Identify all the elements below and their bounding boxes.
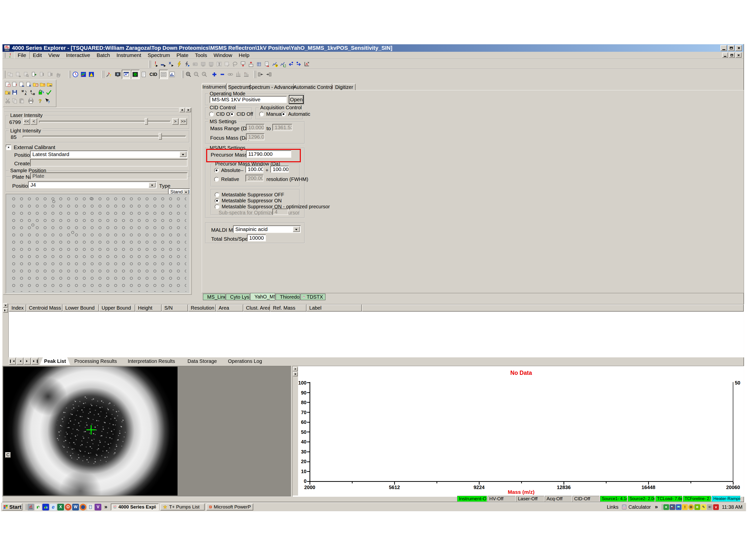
- col-clust-area[interactable]: Clust. Area: [243, 304, 270, 312]
- open-sequence-folder-icon[interactable]: [4, 88, 11, 96]
- window-upper-field[interactable]: 100.000: [271, 166, 289, 173]
- paste-clipboard-icon[interactable]: [18, 97, 25, 105]
- col-resolution[interactable]: Resolution: [188, 304, 216, 312]
- col-index[interactable]: Index: [9, 304, 26, 312]
- window-lower-field[interactable]: 100.000: [246, 166, 263, 173]
- context-help-arrow-icon[interactable]: ?: [44, 97, 51, 105]
- zoom-in-icon[interactable]: [184, 70, 192, 79]
- histogram-view-icon[interactable]: [168, 70, 176, 79]
- chart-close-icon[interactable]: [293, 372, 298, 376]
- cut-scissors-icon[interactable]: [4, 97, 11, 105]
- acquire-sequence-run-icon[interactable]: [167, 60, 175, 69]
- tab-scroll-next-icon[interactable]: [24, 358, 31, 365]
- minimize-icon[interactable]: [720, 45, 727, 51]
- video-view-icon[interactable]: [114, 70, 122, 79]
- receive-from-instrument-icon[interactable]: [247, 60, 255, 69]
- laser-down-button[interactable]: <: [31, 118, 37, 125]
- run-end-icon[interactable]: [46, 70, 54, 79]
- child-close-icon[interactable]: [736, 53, 742, 58]
- validate-check-icon[interactable]: [45, 88, 53, 96]
- tray-shield-yellow-icon[interactable]: !: [682, 504, 688, 510]
- window-absolute-radio[interactable]: [214, 168, 219, 173]
- suppressor-off-radio[interactable]: [215, 192, 220, 197]
- tray-antivirus-red-icon[interactable]: v: [713, 504, 719, 510]
- menu-view[interactable]: View: [45, 52, 63, 59]
- lock-refresh-icon[interactable]: [37, 88, 45, 96]
- menu-interactive[interactable]: Interactive: [63, 52, 93, 59]
- menu-batch[interactable]: Batch: [93, 52, 113, 59]
- suppressor-opt-radio[interactable]: [215, 204, 220, 209]
- chart-collapse-icon[interactable]: [293, 367, 298, 371]
- instrument-b-icon[interactable]: [199, 60, 207, 69]
- label-peaks-icon[interactable]: [234, 70, 242, 79]
- restore-icon[interactable]: [728, 45, 735, 51]
- chamber-view-icon[interactable]: [131, 70, 140, 79]
- tab-data-storage[interactable]: Data Storage: [183, 357, 222, 365]
- col-sn[interactable]: S/N: [162, 304, 188, 312]
- panel-collapse-icon[interactable]: [180, 108, 185, 112]
- tray-overflow-chevron[interactable]: »: [655, 504, 658, 510]
- maldi-matrix-dropdown-icon[interactable]: [293, 226, 300, 232]
- laser-fast-up-button[interactable]: >>: [180, 118, 187, 125]
- tab-automatic-control[interactable]: Automatic Control: [294, 84, 332, 90]
- calculator-toolbar-label[interactable]: Calculator: [628, 504, 651, 510]
- tab-scroll-last-icon[interactable]: [31, 358, 38, 365]
- total-shots-field[interactable]: 10000: [247, 235, 266, 241]
- spectrum-view-icon[interactable]: [122, 70, 131, 79]
- spectra-tab-yaho[interactable]: YahO_MSM...: [250, 293, 275, 300]
- child-minimize-icon[interactable]: [722, 53, 728, 58]
- tab-digitizer[interactable]: Digitizer: [333, 84, 356, 90]
- spectra-tab-thioredoxin[interactable]: Thioredoxin ...: [276, 294, 300, 300]
- table-edit-icon[interactable]: [223, 60, 231, 69]
- axis-x-tool-icon[interactable]: [303, 60, 311, 69]
- export-document-icon[interactable]: [263, 60, 271, 69]
- menu-window[interactable]: Window: [210, 52, 236, 59]
- col-lower-bound[interactable]: Lower Bound: [62, 304, 99, 312]
- label-ref-icon[interactable]: [242, 70, 250, 79]
- new-batch-doc-icon[interactable]: [18, 80, 25, 88]
- menu-help[interactable]: Help: [235, 52, 253, 59]
- col-ref-mass[interactable]: Ref. Mass: [270, 304, 307, 312]
- calibrant-position-select[interactable]: Latest Standard: [30, 151, 187, 158]
- toolbar-view-grip1[interactable]: [3, 71, 5, 78]
- instrument-a-icon[interactable]: [191, 60, 199, 69]
- tab-spectrum[interactable]: Spectrum: [227, 84, 251, 90]
- chart-plot-area[interactable]: [310, 382, 733, 482]
- new-laser-doc-icon[interactable]: [11, 80, 18, 88]
- panel-drag-ridges[interactable]: [4, 109, 178, 112]
- trace-question-icon[interactable]: ?: [271, 60, 279, 69]
- menu-spectrum[interactable]: Spectrum: [145, 52, 173, 59]
- toolbar-view-grip3[interactable]: [102, 71, 104, 78]
- acquire-batch-run-icon[interactable]: [159, 60, 167, 69]
- links-toolbar-label[interactable]: Links: [607, 504, 619, 510]
- copy-pages-icon[interactable]: [11, 97, 18, 105]
- quicklaunch-excel-icon[interactable]: X: [57, 504, 64, 510]
- open-mode-button[interactable]: Open: [289, 96, 303, 104]
- trace-refresh-icon[interactable]: [279, 60, 287, 69]
- operating-mode-field[interactable]: MS-MS 1KV Positive: [210, 96, 287, 103]
- acq-automatic-radio[interactable]: [281, 112, 286, 116]
- zoom-out-icon[interactable]: [192, 70, 201, 79]
- close-icon[interactable]: [735, 45, 742, 51]
- spectra-tab-tdstx[interactable]: TDSTX: [301, 294, 326, 300]
- tab-scroll-prev-icon[interactable]: [17, 358, 23, 365]
- menu-tools[interactable]: Tools: [192, 52, 210, 59]
- toolbar-view-grip4[interactable]: [182, 71, 184, 78]
- quicklaunch-word-icon[interactable]: W: [72, 504, 79, 510]
- open-plate-folder-icon[interactable]: [32, 80, 39, 88]
- tray-network-error-icon[interactable]: [670, 504, 675, 510]
- acquire-laser-run-icon[interactable]: [151, 60, 159, 69]
- tray-wheel-icon[interactable]: [688, 504, 694, 510]
- menu-instrument[interactable]: Instrument: [113, 52, 145, 59]
- help-question-icon[interactable]: ?: [36, 97, 44, 105]
- camera-view[interactable]: [3, 367, 178, 496]
- doc-link-icon[interactable]: [6, 70, 14, 79]
- laser-slider-thumb[interactable]: [145, 118, 148, 125]
- taskbar-clock[interactable]: 11:38 AM: [722, 504, 743, 510]
- menu-file[interactable]: File: [14, 52, 30, 59]
- window-relative-radio[interactable]: [214, 177, 219, 182]
- tab-peak-list[interactable]: Peak List: [40, 357, 70, 365]
- open-laser-folder-icon[interactable]: [39, 80, 46, 88]
- print-printer-icon[interactable]: [27, 97, 34, 105]
- taskbar-window-pumps-list[interactable]: T+ Pumps List: [160, 504, 205, 510]
